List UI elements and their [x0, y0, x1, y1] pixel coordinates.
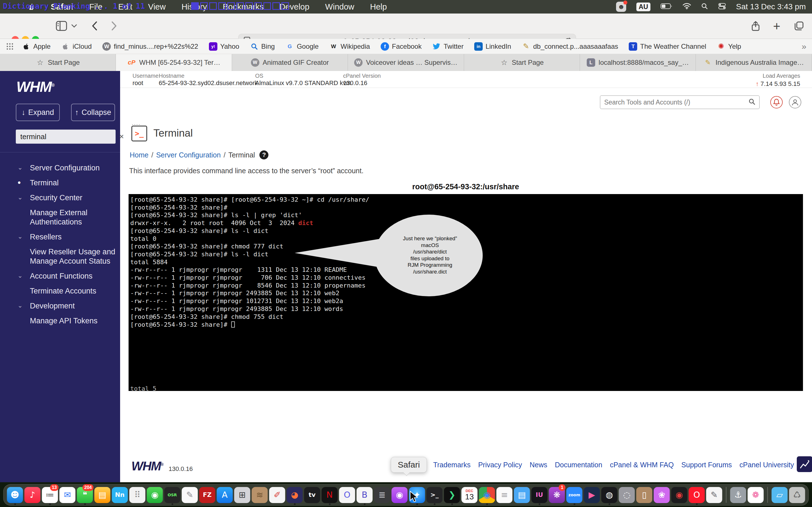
bookmark-wikipedia[interactable]: WWikipedia	[329, 42, 370, 51]
search-icon[interactable]	[749, 98, 755, 106]
input-source-badge[interactable]: AU	[637, 3, 650, 11]
dock-leather-app[interactable]: ≋	[252, 485, 268, 505]
terminal-screen[interactable]: [root@65-254-93-32 share]# [root@65-254-…	[129, 194, 803, 391]
dock-terminal[interactable]: >_	[426, 485, 443, 505]
tab-start-page[interactable]: ☆Start Page	[464, 54, 580, 71]
dock-pages-doc[interactable]: ≡	[497, 485, 513, 505]
dock-trash[interactable]: ♺	[789, 485, 805, 505]
dock-launchpad[interactable]: ⠿	[130, 485, 146, 505]
sidebar-item-manage-api-tokens[interactable]: Manage API Tokens	[0, 314, 120, 328]
menu-item-file[interactable]: File	[89, 2, 103, 11]
menu-item-edit[interactable]: Edit	[118, 2, 132, 11]
new-tab-button[interactable]: +	[773, 21, 780, 31]
breadcrumb-server-configuration[interactable]: Server Configuration	[156, 151, 221, 159]
tab-whm-65-254-93-32-ter[interactable]: cPWHM [65-254-93-32] Ter…	[116, 54, 232, 71]
sidebar-item-manage-external-authentications[interactable]: Manage ExternalAuthentications	[0, 205, 120, 230]
dock-notes-blue[interactable]: Nn	[112, 485, 128, 505]
sidebar-item-resellers[interactable]: ⌄Resellers	[0, 230, 120, 244]
dock-intellij[interactable]: IU	[531, 485, 548, 505]
account-avatar[interactable]	[789, 96, 801, 108]
help-icon[interactable]: ?	[259, 151, 268, 159]
sidebar-item-terminate-accounts[interactable]: Terminate Accounts	[0, 284, 120, 298]
dock-messages[interactable]: ❝204	[77, 485, 93, 505]
dock-ship-app[interactable]: ⚓	[730, 485, 746, 505]
tab-localhost-8888-macos-say[interactable]: Llocalhost:8888/macos_say_…	[580, 54, 696, 71]
spotlight-search-icon[interactable]	[701, 3, 708, 11]
dock-apple-tv[interactable]: tv	[304, 485, 320, 505]
dock-keypad-app[interactable]: ≣	[374, 485, 390, 505]
footer-link-privacy-policy[interactable]: Privacy Policy	[478, 461, 522, 469]
bookmark-bing[interactable]: Bing	[250, 42, 275, 51]
footer-link-support-forums[interactable]: Support Forums	[681, 461, 732, 469]
bookmark-find-minus-rep-22s-22[interactable]: Wfind_minus....rep+%22s%22	[102, 42, 198, 51]
dock-art-palette[interactable]: ❋1	[549, 485, 565, 505]
menu-item-window[interactable]: Window	[325, 2, 354, 11]
dock-preview[interactable]: ▤	[514, 485, 530, 505]
dock-device-app[interactable]: ▯	[637, 485, 652, 505]
sidebar-item-terminal[interactable]: ●Terminal	[0, 175, 120, 190]
dock-omni-app[interactable]: O	[339, 485, 355, 505]
dock-appstore[interactable]: A	[217, 485, 233, 505]
share-icon[interactable]	[751, 21, 760, 33]
dock-zoom[interactable]: zoom	[566, 485, 582, 505]
sidebar-search-input[interactable]	[16, 132, 119, 141]
tools-search-input[interactable]	[600, 99, 749, 106]
bookmark-the-weather-channel[interactable]: TThe Weather Channel	[629, 42, 706, 51]
dock-music[interactable]: ♪	[24, 485, 41, 505]
sidebar-item-server-configuration[interactable]: ⌄Server Configuration	[0, 161, 120, 175]
dock-iterm[interactable]: ❯	[444, 485, 460, 505]
menu-item-safari[interactable]: Safari	[51, 2, 73, 11]
tab-indigenous-australia-image[interactable]: ✎Indigenous Australia Image…	[696, 54, 812, 71]
back-button[interactable]	[91, 20, 98, 33]
bookmark-google[interactable]: GGoogle	[286, 42, 319, 51]
dock-downloads-folder[interactable]: ▱	[772, 485, 788, 505]
bookmark-grid-icon[interactable]	[6, 43, 13, 50]
clear-search-icon[interactable]: ×	[119, 132, 124, 141]
bookmark-yahoo[interactable]: y!Yahoo	[209, 42, 239, 51]
dock-calculator[interactable]: ⊞	[234, 485, 250, 505]
menu-item-help[interactable]: Help	[370, 2, 387, 11]
breadcrumb-home[interactable]: Home	[130, 151, 149, 159]
tab-start-page[interactable]: ☆Start Page	[0, 54, 116, 71]
dock-media-player[interactable]: ▶	[584, 485, 600, 505]
menu-item-history[interactable]: History	[182, 2, 207, 11]
dock-photos-flower[interactable]: ❁	[748, 485, 764, 505]
footer-link-documentation[interactable]: Documentation	[555, 461, 602, 469]
menu-item-bookmarks[interactable]: Bookmarks	[223, 2, 264, 11]
bookmark-linkedin[interactable]: inLinkedIn	[474, 42, 511, 51]
tools-search-field[interactable]	[600, 96, 760, 109]
collapse-all-button[interactable]: ↑Collapse	[71, 104, 115, 121]
tab-overview-icon[interactable]	[794, 21, 804, 32]
dock-drawing[interactable]: ✐	[269, 485, 285, 505]
dock-gray-app[interactable]: ◌	[619, 485, 635, 505]
sidebar-search-field[interactable]: ×	[16, 129, 116, 144]
whm-logo[interactable]: WHM®	[16, 78, 54, 95]
sidebar-item-view-reseller-usage-and-manage-account-s[interactable]: View Reseller Usage andManage Account St…	[0, 244, 120, 269]
footer-link-cpanel-whm-faq[interactable]: cPanel & WHM FAQ	[610, 461, 673, 469]
footer-link-news[interactable]: News	[529, 461, 547, 469]
bookmark-icloud[interactable]: iCloud	[61, 42, 92, 51]
bookmark-db-connect-p-aaasaaafaas[interactable]: ✎db_connect.p...aaasaaafaas	[522, 42, 618, 51]
dock-osr-terminal[interactable]: OSR	[164, 485, 181, 505]
dock-github[interactable]: ◍	[601, 485, 617, 505]
dock-photos-purple[interactable]: ❀	[654, 485, 670, 505]
dock-firefox[interactable]: ◕	[287, 485, 303, 505]
sidebar-toggle-icon[interactable]	[56, 21, 67, 32]
favorites-overflow-chevron[interactable]: »	[802, 42, 806, 51]
sidebar-item-account-functions[interactable]: ⌄Account Functions	[0, 269, 120, 284]
dock-opera[interactable]: O	[689, 485, 705, 505]
control-center-icon[interactable]	[718, 3, 726, 11]
menu-item-develop[interactable]: Develop	[280, 2, 309, 11]
dock-calendar-date[interactable]: DEC13	[462, 485, 477, 505]
bookmark-apple[interactable]: Apple	[22, 42, 50, 51]
dock-bbedit[interactable]: B	[357, 485, 373, 505]
bookmark-yelp[interactable]: ✺Yelp	[717, 42, 741, 51]
bookmark-twitter[interactable]: Twitter	[432, 42, 463, 51]
sidebar-item-development[interactable]: ⌄Development	[0, 298, 120, 314]
footer-link-cpanel-university[interactable]: cPanel University	[740, 461, 794, 469]
tab-voiceover-ideas-supervis[interactable]: WVoiceover ideas … Supervis…	[348, 54, 464, 71]
menubar-app-icon[interactable]: ☻	[616, 2, 626, 12]
sidebar-chevron-icon[interactable]	[71, 24, 77, 29]
apple-menu-icon[interactable]	[27, 3, 36, 11]
menubar-clock[interactable]: Sat 13 Dec 3:43 pm	[736, 2, 806, 11]
